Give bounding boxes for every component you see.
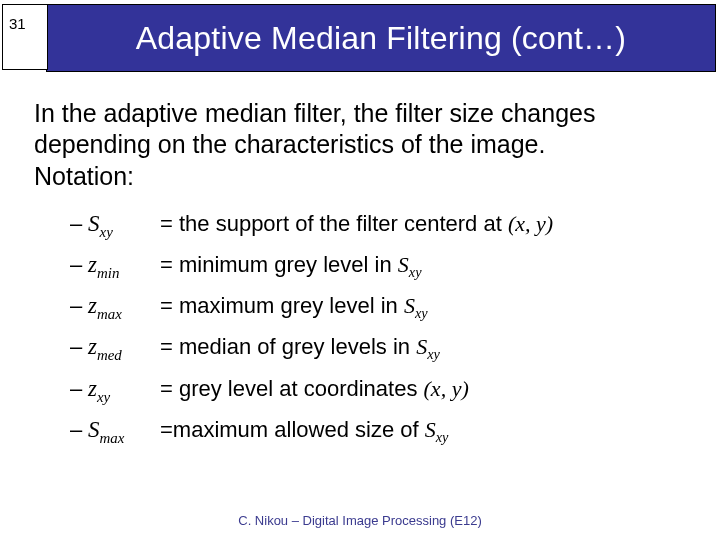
- title-bar: Adaptive Median Filtering (cont…): [46, 4, 716, 72]
- bullet-dash: –: [70, 292, 88, 320]
- bullet-dash: –: [70, 251, 88, 279]
- symbol-zmax: zmax: [88, 292, 160, 323]
- definition-list: – Sxy = the support of the filter center…: [70, 210, 694, 448]
- page-number-box: 31: [2, 4, 48, 70]
- list-item: – zxy = grey level at coordinates (x, y): [70, 375, 694, 406]
- ref-sxy: Sxy: [416, 334, 440, 359]
- slide-body: In the adaptive median filter, the filte…: [34, 98, 694, 457]
- definition-text: = median of grey levels in Sxy: [160, 333, 694, 364]
- symbol-sxy: Sxy: [88, 210, 160, 241]
- list-item: – zmin = minimum grey level in Sxy: [70, 251, 694, 282]
- bullet-dash: –: [70, 375, 88, 403]
- list-item: – zmed = median of grey levels in Sxy: [70, 333, 694, 364]
- symbol-zxy: zxy: [88, 375, 160, 406]
- notation-label: Notation:: [34, 161, 694, 192]
- ref-sxy: Sxy: [398, 252, 422, 277]
- symbol-smax: Smax: [88, 416, 160, 447]
- coord-xy: (x, y): [508, 211, 553, 236]
- definition-text: = minimum grey level in Sxy: [160, 251, 694, 282]
- definition-text: = grey level at coordinates (x, y): [160, 375, 694, 403]
- list-item: – zmax = maximum grey level in Sxy: [70, 292, 694, 323]
- bullet-dash: –: [70, 416, 88, 444]
- definition-text: = the support of the filter centerd at (…: [160, 210, 694, 238]
- page-number: 31: [9, 15, 26, 32]
- slide-title: Adaptive Median Filtering (cont…): [47, 20, 715, 57]
- symbol-zmed: zmed: [88, 333, 160, 364]
- list-item: – Smax =maximum allowed size of Sxy: [70, 416, 694, 447]
- ref-sxy: Sxy: [404, 293, 428, 318]
- symbol-zmin: zmin: [88, 251, 160, 282]
- footer-text: C. Nikou – Digital Image Processing (E12…: [0, 513, 720, 528]
- coord-xy: (x, y): [424, 376, 469, 401]
- bullet-dash: –: [70, 333, 88, 361]
- ref-sxy: Sxy: [425, 417, 449, 442]
- definition-text: =maximum allowed size of Sxy: [160, 416, 694, 447]
- list-item: – Sxy = the support of the filter center…: [70, 210, 694, 241]
- definition-text: = maximum grey level in Sxy: [160, 292, 694, 323]
- bullet-dash: –: [70, 210, 88, 238]
- slide: Adaptive Median Filtering (cont…) 31 In …: [0, 0, 720, 540]
- intro-text: In the adaptive median filter, the filte…: [34, 98, 694, 159]
